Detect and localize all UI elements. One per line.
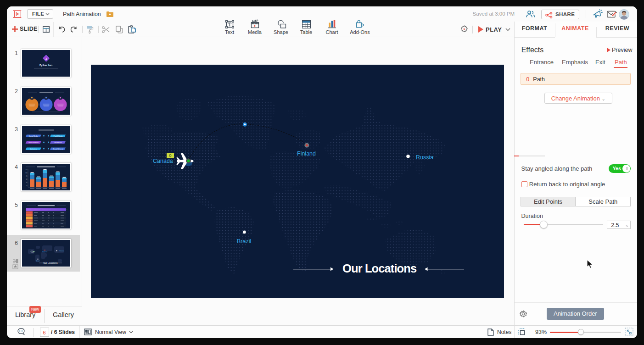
svg-text:Russia: Russia xyxy=(59,250,64,252)
svg-text:120: 120 xyxy=(25,169,28,171)
svg-text:100: 100 xyxy=(25,172,28,174)
svg-text:Influencers: Influencers xyxy=(54,141,62,143)
svg-text:Downloads: Downloads xyxy=(42,209,48,211)
svg-text:Social Media: Social Media xyxy=(28,135,38,137)
svg-text:Paid Website: Paid Website xyxy=(53,135,62,137)
svg-text:40: 40 xyxy=(26,182,27,184)
svg-text:Installs: Installs xyxy=(48,209,51,211)
svg-text:Zylker Inc.: Zylker Inc. xyxy=(39,64,53,67)
svg-text:20: 20 xyxy=(26,185,27,187)
svg-text:80: 80 xyxy=(26,175,27,177)
svg-text:Download Rate: Download Rate xyxy=(60,209,68,211)
svg-text:Product: Product xyxy=(27,209,31,211)
svg-text:Finland: Finland xyxy=(42,251,47,253)
svg-text:Email Referral: Email Referral xyxy=(53,148,63,150)
svg-text:Brazil: Brazil xyxy=(36,260,40,262)
svg-text:Online Referral: Online Referral xyxy=(28,141,39,143)
svg-text:Purchased (mo): Purchased (mo) xyxy=(52,209,60,211)
svg-text:Marketers: Marketers xyxy=(29,148,36,150)
svg-text:Our Locations: Our Locations xyxy=(43,262,58,264)
svg-text:60: 60 xyxy=(26,178,27,180)
svg-text:Functionality: Functionality xyxy=(34,209,41,211)
